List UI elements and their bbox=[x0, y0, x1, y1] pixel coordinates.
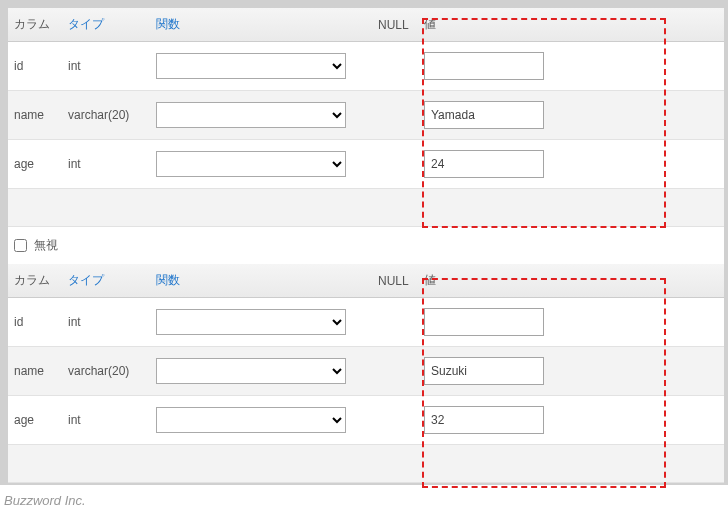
ignore-label: 無視 bbox=[34, 238, 58, 252]
value-input[interactable] bbox=[424, 406, 544, 434]
column-type: int bbox=[62, 298, 150, 347]
function-select[interactable] bbox=[156, 151, 346, 177]
column-name: age bbox=[8, 140, 62, 189]
header-null: NULL bbox=[372, 264, 418, 298]
header-function[interactable]: 関数 bbox=[150, 8, 372, 42]
header-function[interactable]: 関数 bbox=[150, 264, 372, 298]
table-row: name varchar(20) bbox=[8, 91, 724, 140]
header-value: 値 bbox=[418, 8, 724, 42]
function-select[interactable] bbox=[156, 407, 346, 433]
header-row: カラム タイプ 関数 NULL 値 bbox=[8, 264, 724, 298]
table-row: id int bbox=[8, 298, 724, 347]
header-null: NULL bbox=[372, 8, 418, 42]
column-type: int bbox=[62, 42, 150, 91]
function-select[interactable] bbox=[156, 53, 346, 79]
ignore-checkbox[interactable] bbox=[14, 239, 27, 252]
insert-block-1: カラム タイプ 関数 NULL 値 id int name varchar(20… bbox=[8, 8, 724, 264]
header-column: カラム bbox=[8, 264, 62, 298]
function-select[interactable] bbox=[156, 309, 346, 335]
header-type[interactable]: タイプ bbox=[62, 8, 150, 42]
column-type: varchar(20) bbox=[62, 347, 150, 396]
column-name: name bbox=[8, 347, 62, 396]
value-input[interactable] bbox=[424, 101, 544, 129]
value-input[interactable] bbox=[424, 357, 544, 385]
column-name: id bbox=[8, 298, 62, 347]
column-type: int bbox=[62, 396, 150, 445]
value-input[interactable] bbox=[424, 52, 544, 80]
ignore-row: 無視 bbox=[8, 227, 724, 265]
table-row: age int bbox=[8, 140, 724, 189]
footer-credit: Buzzword Inc. bbox=[0, 483, 728, 506]
column-name: name bbox=[8, 91, 62, 140]
function-select[interactable] bbox=[156, 358, 346, 384]
value-input[interactable] bbox=[424, 150, 544, 178]
table-row: name varchar(20) bbox=[8, 347, 724, 396]
value-input[interactable] bbox=[424, 308, 544, 336]
header-row: カラム タイプ 関数 NULL 値 bbox=[8, 8, 724, 42]
column-type: varchar(20) bbox=[62, 91, 150, 140]
spacer-row bbox=[8, 445, 724, 483]
spacer-row bbox=[8, 189, 724, 227]
function-select[interactable] bbox=[156, 102, 346, 128]
insert-block-2: カラム タイプ 関数 NULL 値 id int name varchar(20… bbox=[8, 264, 724, 483]
column-type: int bbox=[62, 140, 150, 189]
header-column: カラム bbox=[8, 8, 62, 42]
header-type[interactable]: タイプ bbox=[62, 264, 150, 298]
header-value: 値 bbox=[418, 264, 724, 298]
table-row: id int bbox=[8, 42, 724, 91]
table-row: age int bbox=[8, 396, 724, 445]
column-name: id bbox=[8, 42, 62, 91]
column-name: age bbox=[8, 396, 62, 445]
